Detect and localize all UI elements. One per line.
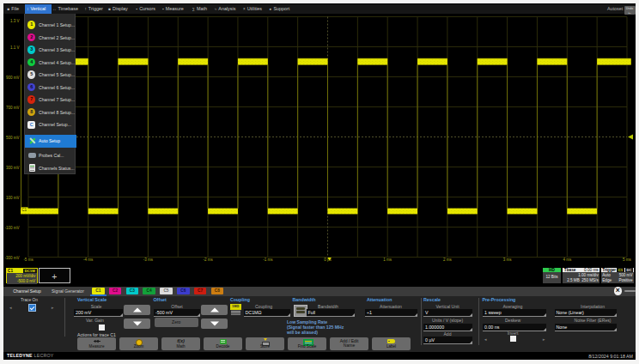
svg-text:1.1 V: 1.1 V [10, 46, 20, 50]
svg-text:3 ms: 3 ms [503, 258, 513, 262]
svg-text:1.3 V: 1.3 V [10, 19, 20, 23]
svg-text:700 mV: 700 mV [6, 106, 20, 110]
svg-text:5 ms: 5 ms [623, 258, 632, 262]
svg-text:-4 ms: -4 ms [83, 258, 94, 262]
svg-text:C1: C1 [21, 208, 27, 212]
svg-text:-5 ms: -5 ms [23, 258, 33, 262]
svg-text:2 ms: 2 ms [443, 258, 453, 262]
svg-text:-300 mV: -300 mV [4, 256, 19, 260]
svg-text:-100 mV: -100 mV [4, 226, 19, 230]
svg-text:-3 ms: -3 ms [143, 258, 154, 262]
svg-text:300 mV: 300 mV [6, 166, 20, 170]
svg-text:-2 ms: -2 ms [203, 258, 213, 262]
svg-text:500 mV: 500 mV [6, 136, 20, 140]
svg-text:4 ms: 4 ms [563, 258, 572, 262]
svg-text:-1 ms: -1 ms [263, 258, 273, 262]
svg-text:1 ms: 1 ms [383, 258, 393, 262]
svg-text:100 mV: 100 mV [6, 196, 20, 200]
svg-text:900 mV: 900 mV [6, 76, 20, 80]
